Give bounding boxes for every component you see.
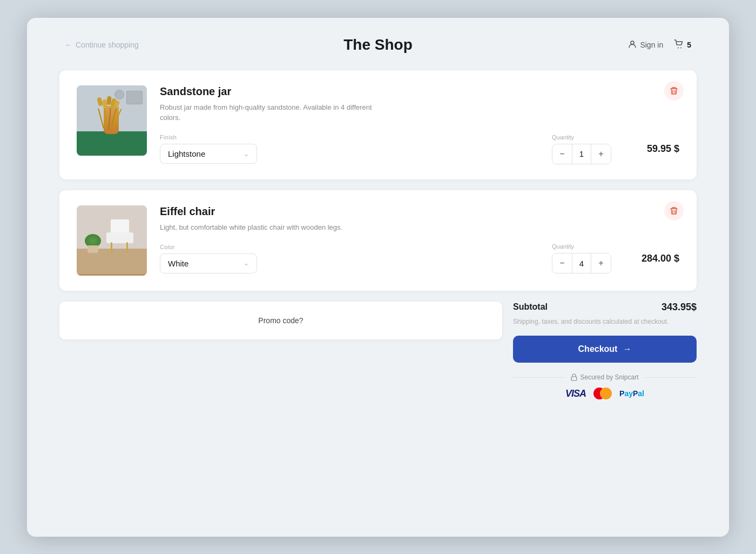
promo-code-label: Promo code? <box>258 316 303 325</box>
back-arrow-icon: ← <box>65 41 72 49</box>
finish-arrow-icon: ⌄ <box>244 150 249 158</box>
svg-point-0 <box>631 41 634 44</box>
shipping-note: Shipping, taxes, and discounts calculate… <box>513 317 697 326</box>
svg-point-2 <box>680 47 681 48</box>
app-window: ← Continue shopping The Shop Sign in <box>27 18 729 537</box>
color-arrow-icon: ⌄ <box>244 259 249 267</box>
product-name-sandstone: Sandstone jar <box>160 85 679 98</box>
sign-in-button[interactable]: Sign in <box>628 40 663 50</box>
visa-icon: VISA <box>565 388 586 399</box>
quantity-price-sandstone: Quantity − 1 + 59.95 $ <box>552 134 679 164</box>
footer-section: Promo code? Subtotal 343.95$ Shipping, t… <box>59 302 697 400</box>
checkout-button[interactable]: Checkout → <box>513 336 697 363</box>
cart-button[interactable]: 5 <box>674 39 691 51</box>
finish-value: Lightstone <box>168 149 205 158</box>
delete-eiffel-button[interactable] <box>664 201 684 221</box>
subtotal-value: 343.95$ <box>662 302 697 313</box>
secured-label: Secured by Snipcart <box>580 373 638 381</box>
finish-dropdown[interactable]: Lightstone ⌄ <box>160 144 257 164</box>
header-left: ← Continue shopping <box>65 41 139 49</box>
product-content-eiffel: Eiffel chair Light, but comfortable whit… <box>160 205 679 274</box>
user-icon <box>628 40 637 50</box>
header-right: Sign in 5 <box>628 39 691 51</box>
secured-text: Secured by Snipcart <box>571 373 638 381</box>
subtotal-row: Subtotal 343.95$ <box>513 302 697 313</box>
plant-decoration <box>85 234 101 253</box>
continue-shopping-label: Continue shopping <box>76 41 139 49</box>
finish-label: Finish <box>160 134 257 141</box>
quantity-control-eiffel: − 4 + <box>552 253 611 273</box>
price-sandstone: 59.95 $ <box>631 143 679 155</box>
checkout-arrow-icon: → <box>623 344 631 354</box>
quantity-decrease-eiffel[interactable]: − <box>552 253 572 273</box>
quantity-group-sandstone: Quantity − 1 + <box>552 134 611 164</box>
product-image-eiffel <box>77 205 147 276</box>
price-eiffel: 284.00 $ <box>631 253 679 264</box>
finish-select-group: Finish Lightstone ⌄ <box>160 134 257 164</box>
checkout-label: Checkout <box>578 344 618 354</box>
secured-divider-right <box>644 377 697 378</box>
color-value: White <box>168 259 188 268</box>
secured-divider-left <box>513 377 565 378</box>
promo-code-box[interactable]: Promo code? <box>59 302 502 339</box>
payment-icons: VISA PayPal <box>565 388 644 399</box>
product-name-eiffel: Eiffel chair <box>160 205 679 218</box>
quantity-increase-sandstone[interactable]: + <box>591 144 611 164</box>
quantity-decrease-sandstone[interactable]: − <box>552 144 572 164</box>
color-label: Color <box>160 244 257 250</box>
cart-count: 5 <box>687 41 691 49</box>
continue-shopping-link[interactable]: ← Continue shopping <box>65 41 139 49</box>
svg-point-1 <box>678 47 679 48</box>
quantity-label-eiffel: Quantity <box>552 243 574 250</box>
quantity-increase-eiffel[interactable]: + <box>591 253 611 273</box>
product-card-eiffel: Eiffel chair Light, but comfortable whit… <box>59 190 697 291</box>
cart-icon <box>674 39 684 51</box>
quantity-group-eiffel: Quantity − 4 + <box>552 243 611 273</box>
quantity-value-eiffel: 4 <box>572 253 591 273</box>
quantity-value-sandstone: 1 <box>572 144 591 164</box>
quantity-label-sandstone: Quantity <box>552 134 574 141</box>
header: ← Continue shopping The Shop Sign in <box>59 39 697 51</box>
quantity-price-eiffel: Quantity − 4 + 284.00 $ <box>552 243 679 273</box>
product-desc-sandstone: Robust jar made from high-quality sandst… <box>160 102 376 123</box>
chair-decoration <box>106 223 133 253</box>
mastercard-icon <box>593 388 612 399</box>
color-select-group: Color White ⌄ <box>160 244 257 273</box>
product-card-sandstone: Sandstone jar Robust jar made from high-… <box>59 70 697 179</box>
card-bottom-eiffel: Color White ⌄ Quantity − 4 + <box>160 243 679 273</box>
svg-rect-3 <box>571 377 577 381</box>
color-dropdown[interactable]: White ⌄ <box>160 253 257 273</box>
paypal-icon: PayPal <box>619 389 644 398</box>
secured-line: Secured by Snipcart <box>513 373 697 381</box>
subtotal-label: Subtotal <box>513 302 548 312</box>
shop-title: The Shop <box>343 36 413 54</box>
product-content-sandstone: Sandstone jar Robust jar made from high-… <box>160 85 679 164</box>
delete-sandstone-button[interactable] <box>664 81 684 101</box>
product-image-sandstone <box>77 85 147 156</box>
secured-section: Secured by Snipcart VISA PayPal <box>513 373 697 399</box>
order-summary: Subtotal 343.95$ Shipping, taxes, and di… <box>513 302 697 400</box>
card-bottom-sandstone: Finish Lightstone ⌄ Quantity − 1 + <box>160 134 679 164</box>
quantity-control-sandstone: − 1 + <box>552 144 611 164</box>
sign-in-label: Sign in <box>640 41 663 49</box>
product-desc-eiffel: Light, but comfortable white plastic cha… <box>160 222 376 233</box>
